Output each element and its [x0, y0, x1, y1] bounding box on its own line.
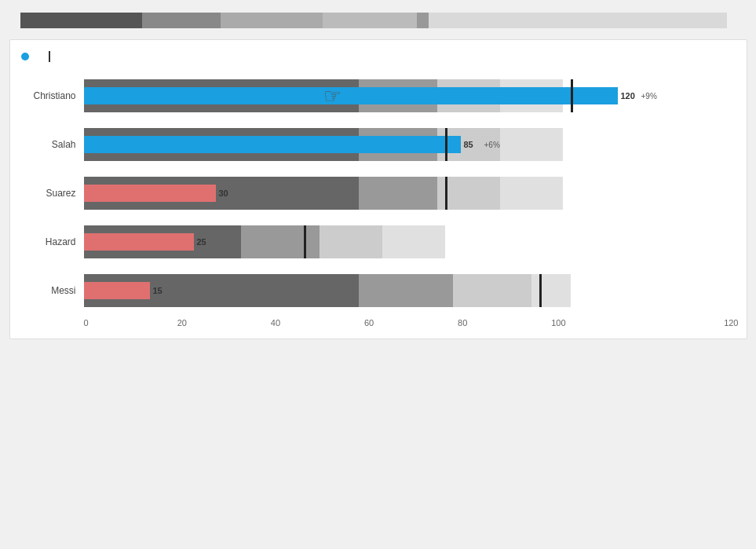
target-line-salah: [445, 128, 447, 161]
bg-seg-messi-3: [531, 274, 571, 307]
x-tick-20: 20: [177, 318, 271, 328]
bg-seg-hazard-3: [382, 225, 445, 258]
x-tick-40: 40: [271, 318, 364, 328]
bg-seg-salah-3: [500, 128, 563, 161]
bar-group-hazard: 25: [84, 222, 739, 262]
bg-seg-hazard-1: [241, 225, 320, 258]
bar-value-messi: 15: [153, 286, 163, 295]
bar-label-hazard: Hazard: [21, 236, 84, 247]
app-container: Christiano120+9%☞Salah85+6%Suarez30Hazar…: [0, 0, 756, 549]
target-line-christiano: [571, 79, 573, 112]
chart-legend: [21, 51, 739, 62]
fg-bar-salah: 85+6%: [84, 136, 461, 153]
bar-group-suarez: 30: [84, 174, 739, 213]
fg-bar-messi: 15: [84, 282, 150, 299]
bar-value-christiano: 120: [621, 91, 635, 101]
bar-row-salah: Salah85+6%: [21, 120, 739, 169]
bar-pct-christiano: +9%: [641, 92, 657, 101]
bg-seg-messi-1: [359, 274, 453, 307]
fg-bar-suarez: 30: [84, 185, 216, 202]
x-tick-80: 80: [458, 318, 551, 328]
bg-seg-suarez-3: [500, 177, 563, 210]
legend-target: [49, 51, 54, 62]
bar-label-messi: Messi: [21, 285, 84, 296]
color-seg-3: [221, 13, 323, 28]
bg-seg-suarez-1: [359, 177, 437, 210]
color-seg-5: [417, 13, 429, 28]
bar-group-christiano: 120+9%☞: [84, 76, 739, 115]
bar-group-salah: 85+6%: [84, 125, 739, 164]
filter-bar: [8, 8, 748, 28]
fg-bar-christiano: 120+9%: [84, 87, 618, 104]
x-tick-100: 100: [551, 318, 645, 328]
bar-row-christiano: Christiano120+9%☞: [21, 71, 739, 120]
color-seg-1: [20, 13, 142, 28]
x-tick-60: 60: [364, 318, 458, 328]
bar-value-suarez: 30: [219, 188, 228, 198]
bar-row-suarez: Suarez30: [21, 169, 739, 218]
legend-dot-goals: [21, 53, 29, 60]
bar-value-hazard: 25: [197, 237, 206, 247]
color-seg-4: [323, 13, 417, 28]
bar-label-salah: Salah: [21, 139, 84, 150]
legend-line-target: [49, 51, 50, 62]
bar-value-salah: 85: [464, 140, 473, 149]
target-line-messi: [539, 274, 542, 307]
target-line-suarez: [445, 177, 447, 210]
chart-container: Christiano120+9%☞Salah85+6%Suarez30Hazar…: [9, 39, 747, 339]
color-bar: [20, 13, 727, 28]
target-line-hazard: [304, 225, 306, 258]
x-tick-0: 0: [84, 318, 177, 328]
bar-label-suarez: Suarez: [21, 188, 84, 199]
bg-seg-messi-2: [453, 274, 531, 307]
bar-group-messi: 15: [84, 271, 739, 310]
x-tick-120: 120: [645, 318, 738, 328]
legend-goals: [21, 53, 33, 60]
x-axis: 020406080100120: [84, 318, 739, 328]
bar-row-messi: Messi15: [21, 266, 739, 315]
bar-pct-salah: +6%: [484, 141, 500, 149]
fg-bar-hazard: 25: [84, 233, 194, 251]
bar-row-hazard: Hazard25: [21, 218, 739, 266]
bg-seg-hazard-2: [320, 225, 382, 258]
color-seg-6: [429, 13, 727, 28]
bar-label-christiano: Christiano: [21, 90, 84, 101]
chart-area: Christiano120+9%☞Salah85+6%Suarez30Hazar…: [21, 71, 739, 315]
color-seg-2: [142, 13, 221, 28]
